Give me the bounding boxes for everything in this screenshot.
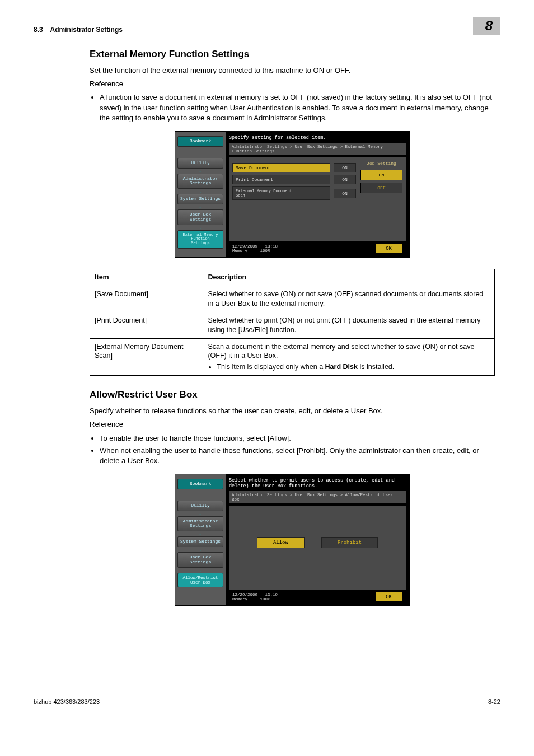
- nav-utility[interactable]: Utility: [177, 501, 223, 511]
- reference-bullet: When not enabling the user to handle tho…: [100, 446, 495, 466]
- table-row: [Print Document]Select whether to print …: [90, 312, 495, 338]
- ok-button[interactable]: OK: [375, 244, 402, 254]
- arrow-down-icon: ↓: [177, 206, 223, 208]
- breadcrumb: Administrator Settings > User Box Settin…: [229, 143, 406, 155]
- section1-heading: External Memory Function Settings: [90, 49, 495, 60]
- section1-intro: Set the function of the external memory …: [90, 66, 495, 76]
- allow-button[interactable]: Allow: [257, 537, 305, 548]
- nav-external-memory[interactable]: External Memory Function Settings: [177, 230, 223, 249]
- arrow-down-icon: ↓: [177, 512, 223, 515]
- ext-mem-scan-button[interactable]: External Memory Document Scan: [232, 186, 330, 200]
- nav-utility[interactable]: Utility: [177, 158, 223, 169]
- section2-intro: Specify whether to release functions so …: [90, 406, 495, 416]
- print-document-button[interactable]: Print Document: [232, 175, 330, 184]
- bookmark-button[interactable]: Bookmark: [177, 479, 223, 489]
- prohibit-button[interactable]: Prohibit: [321, 537, 378, 548]
- nav-system-settings[interactable]: System Settings: [177, 194, 223, 204]
- ok-button[interactable]: OK: [375, 592, 402, 602]
- footer-model: bizhub 423/363/283/223: [34, 698, 100, 705]
- table-header-item: Item: [90, 269, 203, 286]
- print-document-value: ON: [334, 175, 356, 184]
- arrow-down-icon: ↓: [177, 226, 223, 229]
- nav-system-settings[interactable]: System Settings: [177, 536, 223, 547]
- table-header-description: Description: [203, 269, 495, 286]
- job-off-button[interactable]: OFF: [360, 183, 402, 193]
- arrow-down-icon: ↓: [177, 569, 223, 572]
- footer-page: 8-22: [488, 698, 500, 705]
- arrow-down-icon: ↓: [177, 170, 223, 172]
- header-section: 8.3 Administrator Settings: [34, 25, 123, 34]
- nav-admin-settings[interactable]: Administrator Settings: [177, 516, 223, 532]
- arrow-down-icon: ↓: [177, 548, 223, 551]
- screenshot-external-memory: Bookmark Utility ↓ Administrator Setting…: [175, 131, 410, 258]
- status-bar: 12/29/2009 13:18 Memory 100%: [232, 244, 278, 253]
- reference-bullet: A function to save a document in externa…: [100, 92, 495, 123]
- breadcrumb: Administrator Settings > User Box Settin…: [229, 491, 406, 503]
- arrow-down-icon: ↓: [177, 190, 223, 193]
- reference-bullet: To enable the user to handle those funct…: [100, 433, 495, 444]
- nav-admin-settings[interactable]: Administrator Settings: [177, 174, 223, 189]
- description-table: Item Description [Save Document]Select w…: [90, 269, 495, 376]
- panel-instruction: Specify setting for selected item.: [229, 134, 406, 143]
- chapter-badge: 8: [473, 17, 500, 35]
- table-row: [Save Document]Select whether to save (O…: [90, 286, 495, 312]
- reference-label: Reference: [90, 419, 495, 430]
- reference-label: Reference: [90, 79, 495, 89]
- bookmark-button[interactable]: Bookmark: [177, 136, 223, 147]
- save-document-value: ON: [334, 163, 356, 172]
- nav-user-box-settings[interactable]: User Box Settings: [177, 209, 223, 225]
- arrow-down-icon: ↓: [177, 533, 223, 535]
- job-setting-label: Job Setting: [360, 161, 402, 167]
- status-bar: 12/29/2009 13:19 Memory 100%: [232, 592, 278, 601]
- job-on-button[interactable]: ON: [360, 170, 402, 180]
- screenshot-allow-restrict: Bookmark Utility ↓ Administrator Setting…: [175, 474, 410, 606]
- save-document-button[interactable]: Save Document: [232, 163, 330, 172]
- ext-mem-scan-value: ON: [334, 189, 356, 198]
- panel-instruction: Select whether to permit users to access…: [229, 477, 406, 491]
- section2-heading: Allow/Restrict User Box: [90, 389, 495, 400]
- nav-allow-restrict[interactable]: Allow/Restrict User Box: [177, 573, 223, 588]
- table-row: [External Memory Document Scan] Scan a d…: [90, 338, 495, 376]
- nav-user-box-settings[interactable]: User Box Settings: [177, 552, 223, 568]
